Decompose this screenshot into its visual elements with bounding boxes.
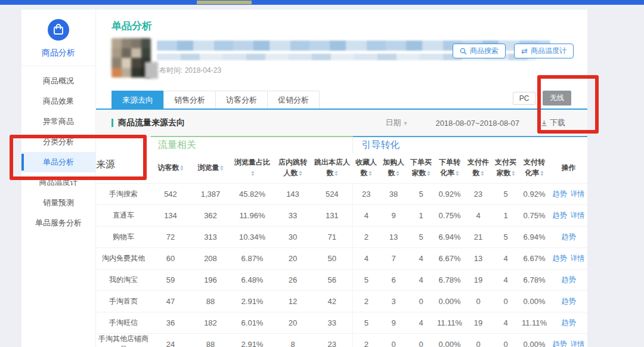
value-cell: 59 bbox=[151, 269, 190, 290]
trend-link[interactable]: 趋势 bbox=[553, 254, 567, 262]
actions-cell: 趋势 bbox=[549, 269, 587, 290]
detail-link[interactable]: 详情 bbox=[571, 211, 585, 219]
sidebar-item[interactable]: 商品温度计 bbox=[21, 172, 95, 193]
sort-icon[interactable]: ▲▼ bbox=[335, 171, 338, 176]
trend-link[interactable]: 趋势 bbox=[562, 275, 576, 284]
value-cell: 23 bbox=[312, 333, 352, 347]
download-button[interactable]: 下载 bbox=[541, 117, 565, 128]
screen: 商品分析 商品概况商品效果异常商品分类分析单品分析商品温度计销量预测单品服务分析… bbox=[0, 0, 644, 347]
value-cell: 33 bbox=[312, 312, 352, 333]
tab-item[interactable]: 访客分析 bbox=[215, 91, 267, 109]
value-cell: 131 bbox=[312, 205, 352, 226]
sort-icon[interactable]: ▲▼ bbox=[369, 171, 372, 176]
value-cell: 0 bbox=[407, 290, 435, 312]
actions-cell: 趋势详情 bbox=[549, 247, 587, 269]
table-row: 淘内免费其他602086.87%20504746.67%1346.67%趋势详情 bbox=[96, 247, 587, 269]
value-cell: 11.11% bbox=[519, 312, 549, 333]
detail-link[interactable]: 详情 bbox=[571, 254, 585, 262]
value-cell: 23 bbox=[352, 183, 380, 205]
col-header[interactable]: 店内跳转人数▲▼ bbox=[274, 153, 312, 183]
sort-icon[interactable]: ▲▼ bbox=[540, 171, 544, 176]
trend-link[interactable]: 趋势 bbox=[562, 318, 576, 327]
sort-icon[interactable]: ▲▼ bbox=[220, 165, 224, 171]
value-cell: 71 bbox=[312, 226, 352, 247]
value-cell: 4 bbox=[492, 312, 519, 333]
table-row: 我的淘宝591966.48%26565646.78%1946.78%趋势 bbox=[96, 269, 587, 290]
sort-icon[interactable]: ▲▼ bbox=[396, 171, 400, 176]
actions-cell: 趋势详情 bbox=[549, 333, 587, 347]
sort-icon[interactable]: ▲▼ bbox=[512, 171, 515, 176]
col-header[interactable]: 支付转化率▲▼ bbox=[519, 153, 549, 183]
value-cell: 2.91% bbox=[231, 290, 274, 312]
group-header-conversion: 引导转化 bbox=[352, 137, 587, 153]
sidebar-item[interactable]: 异常商品 bbox=[21, 111, 95, 132]
tab-item[interactable]: 销售分析 bbox=[163, 91, 215, 109]
toggle-wireless[interactable]: 无线 bbox=[543, 91, 571, 106]
sidebar: 商品分析 商品概况商品效果异常商品分类分析单品分析商品温度计销量预测单品服务分析 bbox=[21, 10, 95, 347]
value-cell: 196 bbox=[190, 269, 231, 290]
tab-active[interactable]: 来源去向 bbox=[112, 91, 163, 109]
sort-icon[interactable]: ▲▼ bbox=[299, 171, 302, 176]
col-header[interactable]: 访客数▲▼ bbox=[151, 153, 190, 183]
value-cell: 542 bbox=[151, 183, 190, 205]
col-header[interactable]: 加购人数▲▼ bbox=[380, 153, 407, 183]
table-group-header-row: 来源 流量相关 引导转化 bbox=[96, 137, 587, 153]
value-cell: 5 bbox=[352, 312, 380, 333]
value-cell: 4 bbox=[352, 247, 380, 269]
toggle-pc[interactable]: PC bbox=[513, 92, 535, 105]
col-header[interactable]: 下单转化率▲▼ bbox=[435, 153, 465, 183]
sort-icon[interactable]: ▲▼ bbox=[456, 171, 459, 176]
value-cell: 45.82% bbox=[231, 183, 274, 205]
value-cell: 1 bbox=[492, 205, 519, 226]
blur-patch bbox=[145, 62, 158, 79]
value-cell: 20 bbox=[274, 312, 312, 333]
value-cell: 33 bbox=[274, 205, 312, 226]
col-header[interactable]: 收藏人数▲▼ bbox=[352, 153, 380, 183]
col-header[interactable]: 跳出本店人数▲▼ bbox=[312, 153, 352, 183]
value-cell: 6.67% bbox=[435, 247, 465, 269]
value-cell: 313 bbox=[190, 226, 231, 247]
tab-item[interactable]: 促销分析 bbox=[267, 91, 320, 109]
col-header-source[interactable]: 来源 bbox=[96, 137, 151, 183]
value-cell: 0.00% bbox=[519, 333, 549, 347]
sidebar-item[interactable]: 分类分析 bbox=[21, 132, 95, 152]
sidebar-item[interactable]: 销量预测 bbox=[21, 193, 95, 213]
value-cell: 2 bbox=[352, 333, 380, 347]
value-cell: 6.78% bbox=[519, 269, 549, 290]
detail-link[interactable]: 详情 bbox=[571, 190, 585, 198]
trend-link[interactable]: 趋势 bbox=[553, 211, 567, 219]
sort-icon[interactable]: ▲▼ bbox=[180, 165, 184, 171]
value-cell: 4 bbox=[407, 312, 435, 333]
sidebar-item[interactable]: 商品概况 bbox=[21, 71, 95, 91]
sidebar-item[interactable]: 单品服务分析 bbox=[21, 213, 95, 233]
trend-link[interactable]: 趋势 bbox=[562, 233, 576, 241]
trend-link[interactable]: 趋势 bbox=[562, 297, 576, 305]
col-header[interactable]: 支付买家数▲▼ bbox=[492, 153, 519, 183]
detail-link[interactable]: 详情 bbox=[571, 340, 585, 347]
sidebar-item[interactable]: 单品分析 bbox=[21, 152, 95, 172]
col-header[interactable]: 支付件数▲▼ bbox=[465, 153, 492, 183]
value-cell: 6 bbox=[380, 269, 407, 290]
platform-toggle: PC 无线 bbox=[513, 91, 571, 106]
col-header[interactable]: 下单买家数▲▼ bbox=[407, 153, 435, 183]
date-dropdown[interactable]: 日期▼ bbox=[385, 117, 408, 128]
value-cell: 13 bbox=[465, 247, 492, 269]
value-cell: 10.34% bbox=[231, 226, 274, 247]
value-cell: 6.94% bbox=[435, 226, 465, 247]
product-thermometer-button[interactable]: ⇄ 商品温度计 bbox=[514, 44, 574, 58]
value-cell: 56 bbox=[312, 269, 352, 290]
sort-icon[interactable]: ▲▼ bbox=[481, 171, 484, 176]
col-header[interactable]: 浏览量占比▲▼ bbox=[231, 153, 274, 183]
sidebar-item[interactable]: 商品效果 bbox=[21, 91, 95, 111]
trend-link[interactable]: 趋势 bbox=[553, 340, 567, 347]
col-header-actions: 操作 bbox=[549, 153, 587, 183]
value-cell: 0 bbox=[407, 333, 435, 347]
sort-icon[interactable]: ▲▼ bbox=[251, 171, 255, 176]
date-range-value[interactable]: 2018-08-07~2018-08-07 bbox=[435, 119, 519, 128]
trend-link[interactable]: 趋势 bbox=[553, 190, 567, 198]
product-search-button[interactable]: 商品搜索 bbox=[453, 44, 506, 58]
col-header[interactable]: 浏览量▲▼ bbox=[190, 153, 231, 183]
section-title: 商品流量来源去向 bbox=[118, 117, 185, 128]
sort-icon[interactable]: ▲▼ bbox=[427, 171, 431, 176]
value-cell: 9 bbox=[380, 312, 407, 333]
